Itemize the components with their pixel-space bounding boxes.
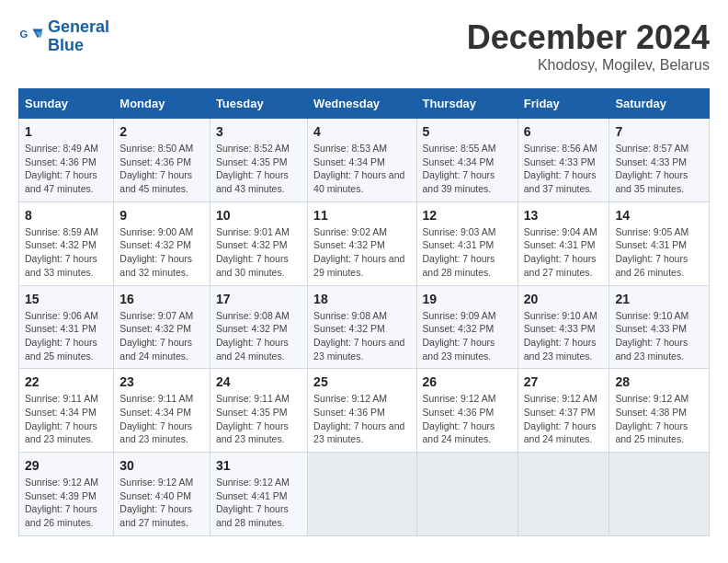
- calendar-cell: 19Sunrise: 9:09 AMSunset: 4:32 PMDayligh…: [416, 285, 518, 369]
- calendar-cell: 7Sunrise: 8:57 AMSunset: 4:33 PMDaylight…: [609, 119, 710, 202]
- day-info: Sunrise: 9:06 AMSunset: 4:31 PMDaylight:…: [25, 309, 108, 363]
- day-number: 30: [119, 458, 204, 473]
- day-number: 1: [25, 124, 108, 139]
- weekday-header-wednesday: Wednesday: [308, 89, 416, 119]
- day-info: Sunrise: 8:52 AMSunset: 4:35 PMDaylight:…: [216, 142, 301, 196]
- day-number: 26: [423, 374, 512, 389]
- calendar-cell: 29Sunrise: 9:12 AMSunset: 4:39 PMDayligh…: [19, 453, 114, 536]
- day-number: 6: [524, 124, 604, 139]
- calendar-cell: 3Sunrise: 8:52 AMSunset: 4:35 PMDaylight…: [210, 119, 307, 202]
- calendar-cell: 9Sunrise: 9:00 AMSunset: 4:32 PMDaylight…: [114, 201, 210, 285]
- day-number: 9: [119, 208, 204, 223]
- day-number: 5: [423, 124, 512, 139]
- calendar-cell: 22Sunrise: 9:11 AMSunset: 4:34 PMDayligh…: [19, 369, 114, 453]
- day-info: Sunrise: 8:49 AMSunset: 4:36 PMDaylight:…: [25, 142, 108, 196]
- calendar-cell: 17Sunrise: 9:08 AMSunset: 4:32 PMDayligh…: [210, 285, 307, 369]
- calendar-cell: 14Sunrise: 9:05 AMSunset: 4:31 PMDayligh…: [609, 201, 710, 285]
- day-number: 8: [25, 208, 108, 223]
- day-number: 17: [216, 292, 301, 306]
- calendar-cell: 15Sunrise: 9:06 AMSunset: 4:31 PMDayligh…: [19, 285, 114, 369]
- calendar-cell: 25Sunrise: 9:12 AMSunset: 4:36 PMDayligh…: [308, 369, 416, 453]
- weekday-header-monday: Monday: [114, 89, 210, 119]
- day-number: 14: [615, 208, 703, 223]
- calendar-cell: 6Sunrise: 8:56 AMSunset: 4:33 PMDaylight…: [518, 119, 609, 202]
- day-number: 29: [25, 458, 108, 473]
- day-info: Sunrise: 9:12 AMSunset: 4:36 PMDaylight:…: [313, 392, 410, 446]
- day-number: 15: [25, 292, 108, 306]
- day-info: Sunrise: 9:03 AMSunset: 4:31 PMDaylight:…: [423, 225, 512, 280]
- week-row-2: 8Sunrise: 8:59 AMSunset: 4:32 PMDaylight…: [19, 201, 710, 285]
- day-number: 24: [216, 374, 301, 389]
- calendar-cell: 30Sunrise: 9:12 AMSunset: 4:40 PMDayligh…: [114, 453, 210, 536]
- calendar-cell: 10Sunrise: 9:01 AMSunset: 4:32 PMDayligh…: [210, 201, 307, 285]
- day-info: Sunrise: 9:10 AMSunset: 4:33 PMDaylight:…: [524, 309, 604, 363]
- day-info: Sunrise: 9:07 AMSunset: 4:32 PMDaylight:…: [119, 309, 204, 363]
- day-info: Sunrise: 9:01 AMSunset: 4:32 PMDaylight:…: [216, 225, 301, 280]
- header: G General Blue December 2024 Khodosy, Mo…: [18, 18, 710, 74]
- calendar-cell: 16Sunrise: 9:07 AMSunset: 4:32 PMDayligh…: [114, 285, 210, 369]
- calendar-cell: 27Sunrise: 9:12 AMSunset: 4:37 PMDayligh…: [518, 369, 609, 453]
- logo-line2: Blue: [48, 36, 84, 54]
- day-number: 12: [423, 208, 512, 223]
- calendar-cell: 28Sunrise: 9:12 AMSunset: 4:38 PMDayligh…: [609, 369, 710, 453]
- calendar-cell: 26Sunrise: 9:12 AMSunset: 4:36 PMDayligh…: [416, 369, 518, 453]
- day-number: 22: [25, 374, 108, 389]
- weekday-header-tuesday: Tuesday: [210, 89, 307, 119]
- week-row-3: 15Sunrise: 9:06 AMSunset: 4:31 PMDayligh…: [19, 285, 710, 369]
- day-info: Sunrise: 9:12 AMSunset: 4:41 PMDaylight:…: [216, 476, 301, 530]
- day-number: 16: [119, 292, 204, 306]
- day-info: Sunrise: 8:53 AMSunset: 4:34 PMDaylight:…: [313, 142, 410, 196]
- day-info: Sunrise: 8:56 AMSunset: 4:33 PMDaylight:…: [524, 142, 604, 196]
- day-info: Sunrise: 9:08 AMSunset: 4:32 PMDaylight:…: [313, 309, 410, 363]
- calendar-cell: [609, 453, 710, 536]
- calendar-cell: 11Sunrise: 9:02 AMSunset: 4:32 PMDayligh…: [308, 201, 416, 285]
- day-number: 23: [119, 374, 204, 389]
- logo: G General Blue: [18, 18, 109, 55]
- day-info: Sunrise: 9:09 AMSunset: 4:32 PMDaylight:…: [423, 309, 512, 363]
- day-info: Sunrise: 9:02 AMSunset: 4:32 PMDaylight:…: [313, 225, 410, 280]
- calendar-cell: 13Sunrise: 9:04 AMSunset: 4:31 PMDayligh…: [518, 201, 609, 285]
- day-info: Sunrise: 9:00 AMSunset: 4:32 PMDaylight:…: [119, 225, 204, 280]
- day-info: Sunrise: 9:11 AMSunset: 4:34 PMDaylight:…: [25, 392, 108, 446]
- day-number: 19: [423, 292, 512, 306]
- week-row-4: 22Sunrise: 9:11 AMSunset: 4:34 PMDayligh…: [19, 369, 710, 453]
- day-number: 13: [524, 208, 604, 223]
- day-info: Sunrise: 9:11 AMSunset: 4:35 PMDaylight:…: [216, 392, 301, 446]
- calendar-cell: [416, 453, 518, 536]
- day-info: Sunrise: 9:12 AMSunset: 4:36 PMDaylight:…: [423, 392, 512, 446]
- logo-icon: G: [18, 24, 44, 50]
- day-number: 18: [313, 292, 410, 306]
- calendar-cell: 5Sunrise: 8:55 AMSunset: 4:34 PMDaylight…: [416, 119, 518, 202]
- day-info: Sunrise: 8:55 AMSunset: 4:34 PMDaylight:…: [423, 142, 512, 196]
- logo-text: General Blue: [48, 18, 109, 55]
- day-number: 28: [615, 374, 703, 389]
- calendar-cell: 18Sunrise: 9:08 AMSunset: 4:32 PMDayligh…: [308, 285, 416, 369]
- main-title: December 2024: [467, 18, 710, 57]
- logo-line1: General: [48, 17, 109, 36]
- day-number: 11: [313, 208, 410, 223]
- day-number: 27: [524, 374, 604, 389]
- svg-text:G: G: [19, 29, 28, 40]
- weekday-header-friday: Friday: [518, 89, 609, 119]
- day-info: Sunrise: 8:57 AMSunset: 4:33 PMDaylight:…: [615, 142, 703, 196]
- calendar-cell: 23Sunrise: 9:11 AMSunset: 4:34 PMDayligh…: [114, 369, 210, 453]
- day-number: 25: [313, 374, 410, 389]
- calendar-cell: 24Sunrise: 9:11 AMSunset: 4:35 PMDayligh…: [210, 369, 307, 453]
- calendar-cell: 4Sunrise: 8:53 AMSunset: 4:34 PMDaylight…: [308, 119, 416, 202]
- calendar-cell: [518, 453, 609, 536]
- day-info: Sunrise: 9:08 AMSunset: 4:32 PMDaylight:…: [216, 309, 301, 363]
- day-number: 7: [615, 124, 703, 139]
- day-info: Sunrise: 9:12 AMSunset: 4:38 PMDaylight:…: [615, 392, 703, 446]
- subtitle: Khodosy, Mogilev, Belarus: [467, 57, 710, 74]
- calendar-cell: [308, 453, 416, 536]
- day-info: Sunrise: 8:59 AMSunset: 4:32 PMDaylight:…: [25, 225, 108, 280]
- weekday-header-saturday: Saturday: [609, 89, 710, 119]
- calendar-cell: 8Sunrise: 8:59 AMSunset: 4:32 PMDaylight…: [19, 201, 114, 285]
- day-info: Sunrise: 9:11 AMSunset: 4:34 PMDaylight:…: [119, 392, 204, 446]
- weekday-header-sunday: Sunday: [19, 89, 114, 119]
- week-row-5: 29Sunrise: 9:12 AMSunset: 4:39 PMDayligh…: [19, 453, 710, 536]
- day-number: 4: [313, 124, 410, 139]
- day-info: Sunrise: 9:04 AMSunset: 4:31 PMDaylight:…: [524, 225, 604, 280]
- calendar-cell: 20Sunrise: 9:10 AMSunset: 4:33 PMDayligh…: [518, 285, 609, 369]
- calendar-cell: 2Sunrise: 8:50 AMSunset: 4:36 PMDaylight…: [114, 119, 210, 202]
